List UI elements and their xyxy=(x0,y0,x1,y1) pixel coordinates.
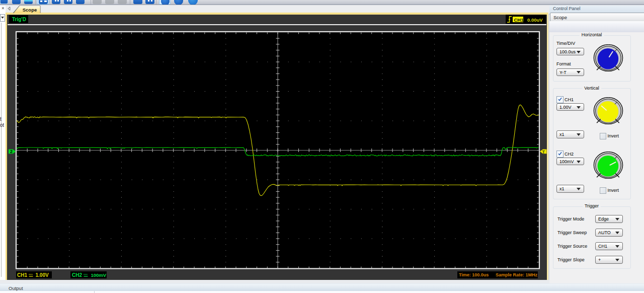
svg-text:T: T xyxy=(542,150,545,155)
svg-text:2: 2 xyxy=(10,149,13,154)
svg-text:Scope: Scope xyxy=(23,7,37,13)
